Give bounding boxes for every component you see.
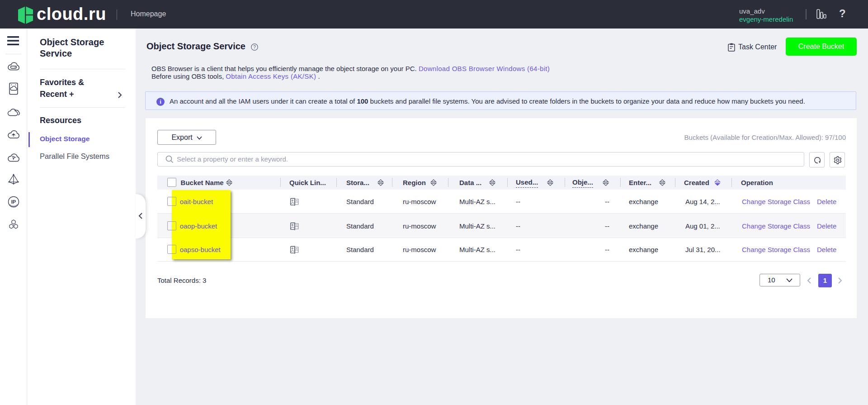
svg-text:IP: IP: [11, 199, 16, 205]
svg-text:?: ?: [253, 45, 256, 50]
